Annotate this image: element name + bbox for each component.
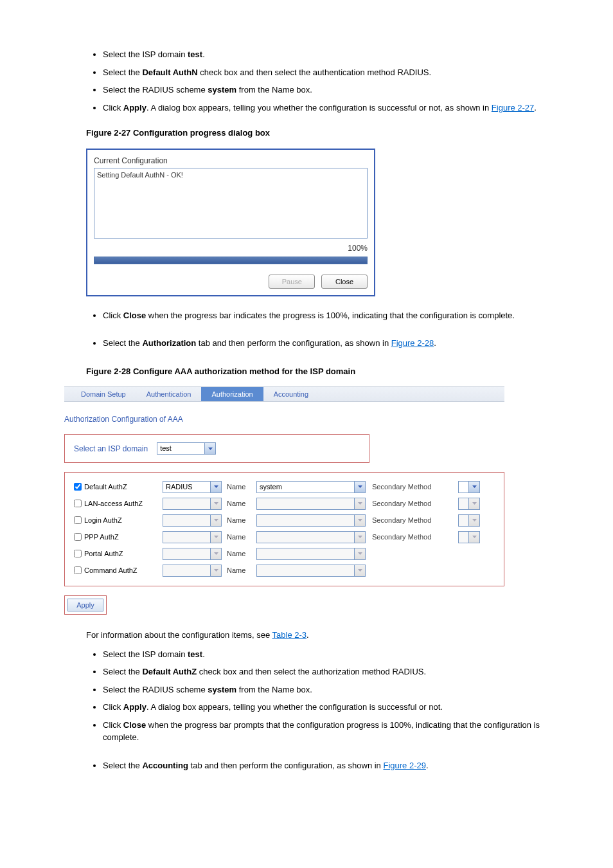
figure-link[interactable]: Figure 2-27 [492,103,534,113]
ppp-authz-secondary-select[interactable] [458,531,480,543]
table-ref: For information about the configuration … [86,629,527,642]
list-item: Select the ISP domain test. [103,648,549,661]
popup-title: Current Configuration [94,155,368,167]
chevron-down-icon [468,482,479,493]
chevron-down-icon [204,443,215,454]
command-authz-name-select[interactable] [256,565,366,577]
bullet-list-2: Click Close when the progress bar indica… [64,309,549,350]
chevron-down-icon [354,515,365,526]
chevron-down-icon [210,548,221,559]
chevron-down-icon [354,482,365,493]
progress-bar [94,257,368,264]
apply-box: Apply [64,595,107,615]
command-authz-method-select[interactable] [163,565,222,577]
portal-authz-method-select[interactable] [163,548,222,560]
tab-accounting[interactable]: Accounting [263,387,319,401]
figure-caption-28: Figure 2-28 Configure AAA authorization … [86,365,549,378]
list-item: Click Close when the progress bar prompt… [103,719,549,744]
chevron-down-icon [210,482,221,493]
list-item: Select the ISP domain test. [103,48,549,61]
list-item: Select the Accounting tab and then perfo… [103,759,549,772]
progress-percent: 100% [94,242,368,254]
chevron-down-icon [210,515,221,526]
list-item: Select the Default AuthN check box and t… [103,66,549,79]
portal-authz-checkbox[interactable]: Portal AuthZ [74,548,157,559]
lan-access-name-select[interactable] [256,498,366,510]
authz-table: Default AuthZ RADIUS Name system Seconda… [64,472,504,586]
chevron-down-icon [468,498,479,509]
default-authz-method-select[interactable]: RADIUS [163,481,222,493]
popup-log: Setting Default AuthN - OK! [94,168,368,239]
chevron-down-icon [354,498,365,509]
chevron-down-icon [468,515,479,526]
tab-authentication[interactable]: Authentication [136,387,202,401]
table-link[interactable]: Table 2-3 [272,630,306,640]
chevron-down-icon [354,532,365,543]
default-authz-secondary-select[interactable] [458,481,480,493]
isp-domain-select[interactable]: test [157,442,216,455]
figure-link[interactable]: Figure 2-28 [391,338,434,348]
figure-caption-27: Figure 2-27 Configuration progress dialo… [86,127,549,140]
bullet-list-1: Select the ISP domain test. Select the D… [64,48,549,114]
tab-authorization[interactable]: Authorization [201,387,263,401]
chevron-down-icon [354,548,365,559]
lan-access-method-select[interactable] [163,498,222,510]
tab-domain-setup[interactable]: Domain Setup [71,387,136,401]
chevron-down-icon [210,565,221,576]
pause-button[interactable]: Pause [269,275,315,289]
section-label: Authorization Configuration of AAA [64,413,504,425]
default-authz-checkbox[interactable]: Default AuthZ [74,482,157,493]
login-authz-secondary-select[interactable] [458,514,480,527]
login-authz-checkbox[interactable]: Login AuthZ [74,515,157,526]
apply-button[interactable]: Apply [67,599,103,611]
chevron-down-icon [468,532,479,543]
list-item: Click Apply. A dialog box appears, telli… [103,701,549,714]
aaa-panel: Domain Setup Authentication Authorizatio… [64,386,504,615]
chevron-down-icon [210,532,221,543]
portal-authz-name-select[interactable] [256,548,366,560]
list-item: Click Apply. A dialog box appears, telli… [103,102,549,114]
login-authz-name-select[interactable] [256,514,366,527]
command-authz-checkbox[interactable]: Command AuthZ [74,565,157,576]
list-item: Select the Default AuthZ check box and t… [103,665,549,678]
bullet-list-3: Select the ISP domain test. Select the D… [64,648,549,772]
ppp-authz-checkbox[interactable]: PPP AuthZ [74,532,157,543]
lan-access-secondary-select[interactable] [458,498,480,510]
ppp-authz-name-select[interactable] [256,531,366,543]
default-authz-name-select[interactable]: system [256,481,366,493]
tab-bar: Domain Setup Authentication Authorizatio… [64,386,504,402]
list-item: Select the RADIUS scheme system from the… [103,84,549,96]
list-item: Select the Authorization tab and then pe… [103,337,549,350]
lan-access-authz-checkbox[interactable]: LAN-access AuthZ [74,498,157,509]
chevron-down-icon [354,565,365,576]
figure-link[interactable]: Figure 2-29 [383,761,425,770]
login-authz-method-select[interactable] [163,514,222,527]
list-item: Click Close when the progress bar indica… [103,309,549,322]
ppp-authz-method-select[interactable] [163,531,222,543]
config-progress-dialog: Current Configuration Setting Default Au… [86,149,375,296]
isp-domain-row: Select an ISP domain test [64,434,369,463]
close-button[interactable]: Close [321,275,368,289]
chevron-down-icon [210,498,221,509]
list-item: Select the RADIUS scheme system from the… [103,683,549,696]
